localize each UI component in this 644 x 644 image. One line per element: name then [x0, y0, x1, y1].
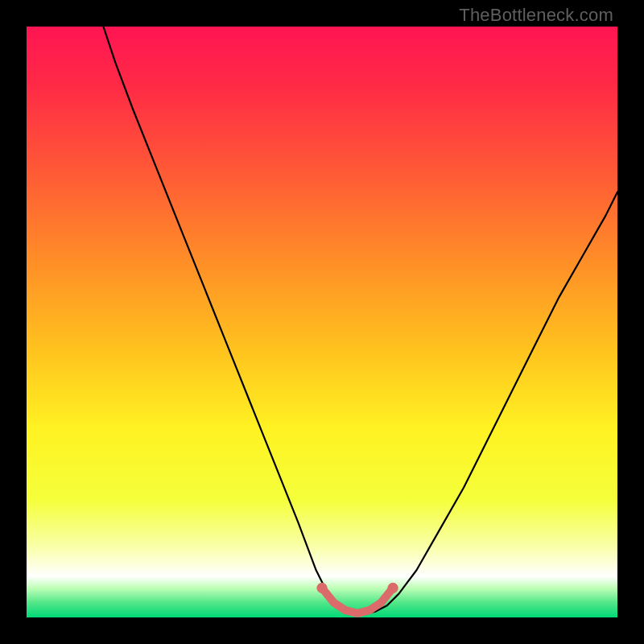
highlight-endpoint-right [387, 583, 398, 593]
highlight-endpoint-left [316, 583, 327, 593]
plot-area [27, 27, 617, 617]
watermark-label: TheBottleneck.com [459, 5, 613, 26]
highlight-segment [322, 588, 393, 613]
chart-frame: TheBottleneck.com [0, 0, 644, 644]
bottleneck-curve [103, 27, 617, 614]
curve-layer [27, 27, 617, 617]
